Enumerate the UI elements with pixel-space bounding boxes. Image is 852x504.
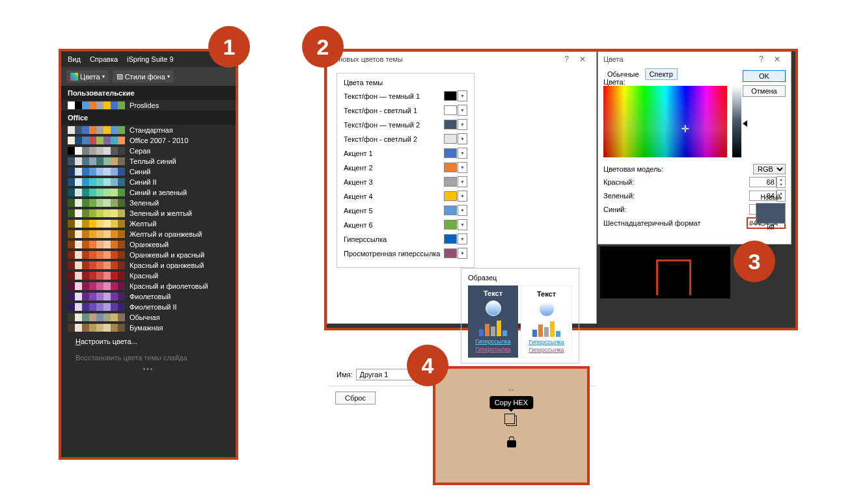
color-scheme-item[interactable]: Синий II (61, 177, 236, 187)
cancel-button[interactable]: Отмена (743, 85, 786, 97)
spinner-icon[interactable]: ▲▼ (776, 176, 786, 188)
scheme-label: Теплый синий (130, 157, 176, 165)
scheme-label: Фиолетовый (130, 293, 171, 300)
theme-color-row: Акцент 1▼ (344, 148, 467, 159)
menu-ispring[interactable]: iSpring Suite 9 (127, 55, 174, 63)
scheme-label: Красный (130, 272, 158, 280)
color-scheme-item[interactable]: Фиолетовый II (61, 302, 236, 312)
scheme-label: Синий (130, 168, 150, 176)
close-icon[interactable]: ✕ (769, 55, 786, 64)
color-dropdown-button[interactable]: ▼ (458, 248, 467, 259)
scheme-label: Красный и оранжевый (130, 261, 204, 269)
tab-spectrum[interactable]: Спектр (645, 68, 678, 80)
help-icon[interactable]: ? (754, 55, 769, 64)
color-dropdown-button[interactable]: ▼ (458, 90, 467, 101)
color-chip (444, 134, 457, 144)
swatch-strip (68, 178, 125, 186)
color-scheme-item[interactable]: Желтый (61, 219, 236, 229)
color-scheme-item[interactable]: Синий (61, 166, 236, 177)
color-scheme-item[interactable]: Желтый и оранжевый (61, 229, 236, 239)
color-scheme-item[interactable]: Бумажная (61, 323, 236, 333)
menu-help[interactable]: Справка (90, 55, 118, 63)
color-scheme-item[interactable]: Оранжевый и красный (61, 250, 236, 260)
color-scheme-item[interactable]: Оранжевый (61, 239, 236, 250)
swatch-strip (68, 293, 125, 300)
theme-color-row: Текст/фон — темный 2▼ (344, 119, 467, 130)
theme-color-row: Акцент 2▼ (344, 162, 467, 173)
color-dropdown-button[interactable]: ▼ (458, 119, 467, 130)
color-scheme-item[interactable]: Теплый синий (61, 156, 236, 166)
color-dropdown-button[interactable]: ▼ (458, 205, 467, 216)
color-dropdown-button[interactable]: ▼ (458, 133, 467, 144)
scheme-label: Оранжевый и красный (130, 251, 204, 259)
step-badge-1: 1 (208, 26, 250, 68)
color-dropdown-button[interactable]: ▼ (458, 162, 467, 173)
figma-color-tile: ↔ Copy HEX (433, 366, 590, 485)
crosshair-icon: ✛ (681, 124, 689, 134)
chevron-down-icon: ▾ (167, 73, 170, 79)
ok-button[interactable]: OK (743, 70, 786, 82)
color-scheme-item[interactable]: Зеленый и желтый (61, 208, 236, 219)
theme-colors-dropdown: Вид Справка iSpring Suite 9 Цвета ▾ ▨ Ст… (59, 49, 238, 460)
color-scheme-item[interactable]: Красный и оранжевый (61, 260, 236, 271)
swatch-strip (68, 241, 125, 248)
color-scheme-item[interactable]: Proslides (61, 100, 236, 111)
lock-icon[interactable] (507, 440, 516, 447)
color-scheme-item[interactable]: Обычная (61, 312, 236, 323)
help-icon[interactable]: ? (559, 55, 574, 64)
background-styles-button[interactable]: ▨ Стили фона ▾ (113, 70, 174, 83)
color-dropdown-button[interactable]: ▼ (458, 191, 467, 202)
slide-preview-behind (600, 246, 730, 298)
sample-light: Текст Гиперссылка Гиперссылка (521, 285, 572, 358)
copy-icon[interactable] (506, 416, 517, 426)
blue-label: Синий: (603, 206, 749, 213)
color-chip (444, 234, 457, 244)
theme-color-row: Просмотренная гиперссылка▼ (344, 248, 467, 259)
section-user: Пользовательские (61, 86, 236, 100)
scheme-label: Стандартная (130, 126, 173, 134)
scheme-label: Красный и фиолетовый (130, 282, 208, 290)
color-dropdown-button[interactable]: ▼ (458, 219, 467, 230)
swatch-strip (68, 137, 125, 144)
reset-button[interactable]: Сброс (335, 391, 376, 405)
color-chip (444, 206, 457, 215)
swatch-strip (68, 199, 125, 207)
swatch-strip (68, 282, 125, 290)
color-scheme-item[interactable]: Фиолетовый (61, 291, 236, 302)
color-model-select[interactable]: RGB (753, 164, 786, 174)
swatch-strip (68, 324, 125, 332)
color-dropdown-button[interactable]: ▼ (458, 176, 467, 187)
red-input[interactable] (749, 177, 776, 187)
theme-color-row: Акцент 3▼ (344, 176, 467, 187)
color-scheme-item[interactable]: Office 2007 - 2010 (61, 135, 236, 146)
sample-dark: Текст Гиперссылка Гиперссылка (468, 285, 518, 358)
color-scheme-item[interactable]: Синий и зеленый (61, 187, 236, 198)
color-chip (444, 120, 457, 129)
section-office: Office (61, 111, 236, 125)
color-scheme-item[interactable]: Красный (61, 271, 236, 281)
swatch-strip (68, 157, 125, 165)
close-icon[interactable]: ✕ (574, 55, 591, 64)
menu-view[interactable]: Вид (68, 55, 81, 63)
swatch-strip (68, 126, 125, 134)
color-scheme-item[interactable]: Красный и фиолетовый (61, 281, 236, 291)
colors-dialog: Цвета ? ✕ Обычные Спектр OK Отмена Цвета… (598, 51, 791, 245)
step-badge-3: 3 (734, 241, 775, 282)
luminance-slider[interactable] (732, 86, 741, 157)
customize-colors-item[interactable]: Настроить цвета... (61, 333, 236, 350)
swatch-strip (68, 303, 125, 311)
color-gradient[interactable]: ✛ (603, 86, 727, 157)
theme-color-row: Текст/фон — темный 1▼ (344, 90, 467, 101)
color-scheme-item[interactable]: Зеленый (61, 198, 236, 208)
colors-button[interactable]: Цвета ▾ (66, 70, 109, 83)
chevron-down-icon: ▾ (102, 73, 105, 79)
color-dropdown-button[interactable]: ▼ (458, 233, 467, 245)
scheme-label: Желтый и оранжевый (130, 230, 202, 238)
copy-hex-tooltip: Copy HEX (489, 396, 533, 409)
colors-label: Цвета: (603, 78, 625, 86)
color-scheme-item[interactable]: Стандартная (61, 125, 236, 135)
color-dropdown-button[interactable]: ▼ (458, 148, 467, 159)
color-scheme-item[interactable]: Серая (61, 146, 236, 156)
scheme-label: Синий II (130, 178, 157, 186)
color-dropdown-button[interactable]: ▼ (458, 105, 467, 116)
